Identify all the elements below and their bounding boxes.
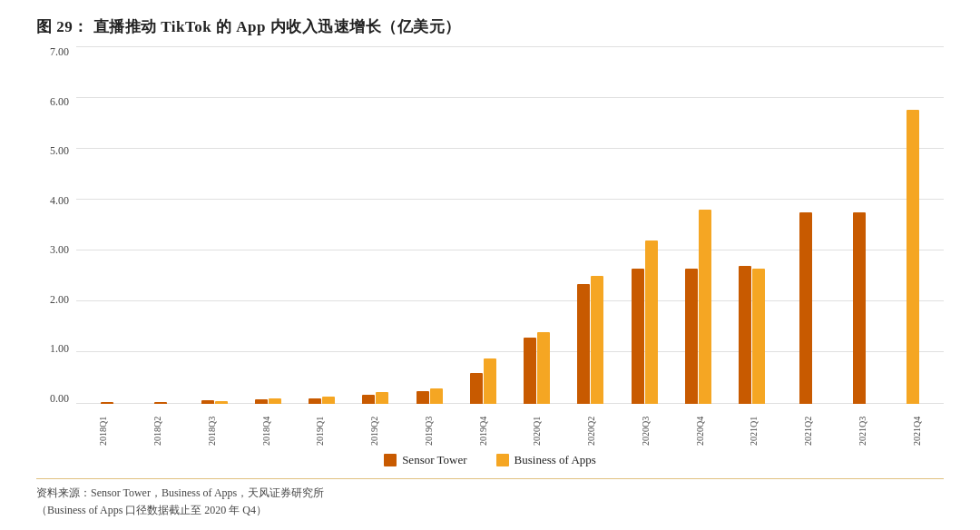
bar-group (241, 46, 295, 404)
bar-business (537, 332, 550, 404)
bar-business (376, 392, 388, 403)
bar-sensor (362, 395, 375, 404)
x-label-wrap: 2021Q4 (889, 407, 944, 446)
bar-sensor (799, 212, 812, 404)
bar-sensor (632, 269, 644, 404)
bar-sensor (853, 212, 866, 404)
y-axis: 7.006.005.004.003.002.001.000.00 (36, 46, 76, 447)
x-axis-label: 2020Q3 (641, 407, 651, 446)
bar-sensor (201, 400, 214, 403)
x-label-wrap: 2019Q4 (456, 407, 510, 446)
chart-title: 图 29： 直播推动 TikTok 的 App 内收入迅速增长（亿美元） (36, 16, 944, 37)
x-axis-label: 2018Q1 (98, 407, 108, 446)
x-label-wrap: 2021Q1 (727, 407, 781, 446)
bar-sensor (154, 402, 167, 404)
bar-group (510, 46, 564, 404)
y-axis-label: 3.00 (50, 244, 69, 255)
x-label-wrap: 2020Q4 (672, 407, 727, 446)
x-axis: 2018Q12018Q22018Q32018Q42019Q12019Q22019… (76, 404, 944, 447)
bar-group (188, 46, 241, 404)
bar-group (295, 46, 348, 404)
y-axis-label: 6.00 (50, 96, 69, 107)
chart-area: 7.006.005.004.003.002.001.000.00 2018Q12… (36, 46, 944, 447)
x-axis-label: 2020Q2 (586, 407, 596, 446)
sensor-legend-label: Sensor Tower (402, 453, 466, 467)
x-axis-label: 2019Q1 (315, 407, 325, 446)
x-label-wrap: 2018Q2 (131, 407, 185, 446)
legend: Sensor Tower Business of Apps (36, 447, 944, 475)
bar-group (671, 46, 725, 404)
x-label-wrap: 2018Q4 (239, 407, 293, 446)
bar-business (591, 276, 603, 404)
x-axis-label: 2019Q4 (478, 407, 488, 446)
legend-item-sensor: Sensor Tower (384, 453, 466, 467)
x-axis-label: 2018Q4 (261, 407, 271, 446)
source-text: 资料来源：Sensor Tower，Business of Apps，天风证券研… (36, 485, 944, 519)
bar-group (887, 46, 940, 404)
chart-container: 图 29： 直播推动 TikTok 的 App 内收入迅速增长（亿美元） 7.0… (0, 0, 980, 530)
bar-group (725, 46, 779, 404)
x-axis-label: 2021Q2 (803, 407, 813, 446)
y-axis-label: 4.00 (50, 195, 69, 206)
sensor-legend-box (384, 454, 397, 466)
x-label-wrap: 2020Q1 (510, 407, 564, 446)
bar-sensor (577, 284, 590, 404)
x-axis-label: 2020Q4 (695, 407, 705, 446)
bar-business (430, 388, 443, 404)
bar-sensor (524, 338, 536, 404)
bar-business (645, 240, 658, 404)
y-axis-label: 1.00 (50, 343, 69, 354)
x-label-wrap: 2020Q3 (619, 407, 673, 446)
bar-group (456, 46, 510, 404)
bar-group (403, 46, 456, 404)
bar-group (133, 46, 187, 404)
bar-business (322, 397, 335, 404)
bar-business (699, 210, 711, 404)
business-legend-label: Business of Apps (514, 453, 596, 467)
x-label-wrap: 2019Q3 (402, 407, 456, 446)
bar-sensor (309, 398, 321, 404)
x-label-wrap: 2019Q1 (293, 407, 348, 446)
bar-group (779, 46, 832, 404)
x-label-wrap: 2021Q2 (781, 407, 836, 446)
x-label-wrap: 2019Q2 (348, 407, 402, 446)
chart-body: 2018Q12018Q22018Q32018Q42019Q12019Q22019… (76, 46, 944, 447)
y-axis-label: 0.00 (50, 393, 69, 404)
x-axis-label: 2020Q1 (532, 407, 542, 446)
business-legend-box (496, 454, 509, 466)
x-axis-label: 2021Q1 (749, 407, 759, 446)
x-axis-label: 2019Q3 (424, 407, 434, 446)
y-axis-label: 2.00 (50, 294, 69, 305)
x-axis-label: 2018Q2 (152, 407, 162, 446)
x-label-wrap: 2021Q3 (836, 407, 890, 446)
legend-item-business: Business of Apps (496, 453, 596, 467)
divider (36, 478, 944, 479)
x-axis-label: 2021Q3 (858, 407, 867, 446)
x-axis-label: 2021Q4 (912, 407, 922, 446)
bars-area (76, 46, 944, 404)
bar-sensor (739, 266, 751, 404)
bar-group (618, 46, 671, 404)
x-axis-label: 2018Q3 (207, 407, 217, 446)
bar-group (348, 46, 402, 404)
x-axis-label: 2019Q2 (369, 407, 379, 446)
bar-business (215, 401, 228, 404)
bar-sensor (470, 373, 483, 404)
bar-sensor (255, 399, 268, 403)
bar-business (269, 398, 281, 404)
bar-business (906, 110, 919, 403)
x-label-wrap: 2018Q3 (185, 407, 240, 446)
bars-row (76, 46, 944, 404)
bar-business (752, 269, 765, 404)
bar-business (484, 358, 496, 403)
y-axis-label: 5.00 (50, 145, 69, 156)
y-axis-label: 7.00 (50, 46, 69, 57)
bar-group (564, 46, 617, 404)
bar-sensor (101, 402, 113, 403)
bar-group (833, 46, 887, 404)
bar-sensor (685, 269, 698, 404)
x-label-wrap: 2020Q2 (564, 407, 619, 446)
x-label-wrap: 2018Q1 (76, 407, 131, 446)
bar-group (80, 46, 133, 404)
bar-sensor (416, 391, 429, 404)
